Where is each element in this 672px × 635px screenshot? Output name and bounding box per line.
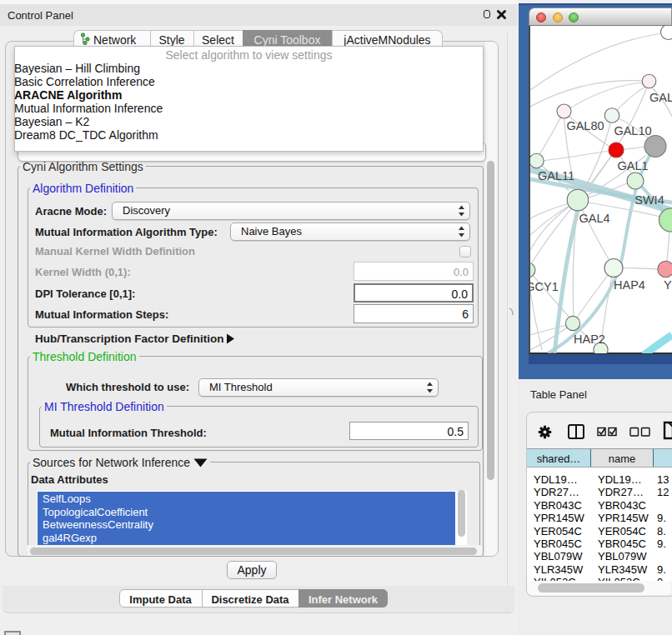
svg-text:HAP4: HAP4 [614, 278, 645, 292]
svg-text:GAL7: GAL7 [649, 91, 672, 104]
svg-text:GAL80: GAL80 [566, 119, 604, 132]
svg-text:GAL10: GAL10 [614, 124, 651, 138]
svg-text:GAL4: GAL4 [579, 212, 609, 225]
svg-text:HAP2: HAP2 [574, 332, 605, 346]
svg-text:SWI4: SWI4 [634, 193, 664, 207]
svg-text:GAL11: GAL11 [538, 169, 574, 182]
svg-text:YM: YM [664, 278, 672, 292]
svg-text:GCY1: GCY1 [530, 280, 559, 293]
svg-text:GAL1: GAL1 [617, 159, 648, 172]
